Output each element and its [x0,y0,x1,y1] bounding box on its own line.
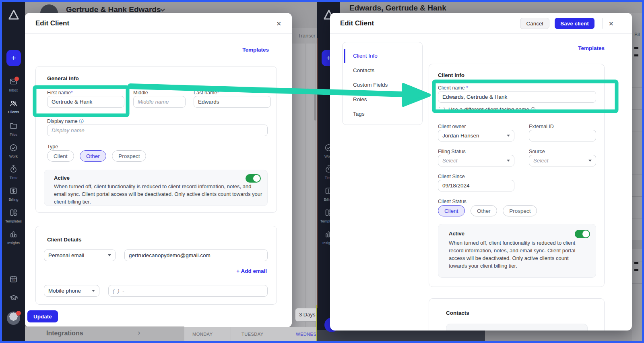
templates-link[interactable]: Templates [242,47,269,53]
sidebar-item-clients[interactable]: Clients [2,99,25,114]
nav-custom-fields[interactable]: Custom Fields [353,82,388,88]
update-button[interactable]: Update [27,310,58,322]
contacts-card: Contacts [429,298,605,331]
close-icon[interactable]: ✕ [609,20,614,27]
caret-down-icon [507,160,510,162]
middle-name-input[interactable]: Middle name [133,96,186,108]
client-owner-label: Client owner [438,124,466,129]
type-pill-group: Client Other Prospect [47,150,150,162]
add-email-link[interactable]: + Add email [236,268,267,274]
client-status-label: Client Status [438,199,466,204]
nav-roles[interactable]: Roles [353,96,367,102]
sidebar-item-education[interactable] [2,293,25,304]
inbox-icon [9,77,18,87]
right-bottom-gray-band [485,330,632,341]
active-setting-box: Active When turned off, client functiona… [44,170,268,206]
text-fragment [634,269,638,271]
dollar-square-icon [9,187,18,197]
folder-icon [9,122,18,132]
modal-header: Edit Client ✕ [25,13,292,34]
email-input[interactable]: gertrudecanopydemo@gmail.com [124,249,268,261]
check-circle-icon [9,143,18,154]
plus-icon: + [11,53,16,63]
user-avatar[interactable] [7,312,20,325]
client-owner-select[interactable]: Jordan Hansen [438,130,514,141]
integrations-band: Integrations › [25,326,184,341]
text-fragment [634,47,638,49]
email-type-select[interactable]: Personal email [44,249,116,261]
phone-input[interactable]: ( ) - [108,285,268,297]
add-new-button[interactable]: + [6,50,21,66]
layout-grid-icon [9,208,18,218]
display-name-input[interactable]: Display name [47,125,268,136]
external-id-input[interactable] [529,130,596,141]
caret-down-icon [507,135,510,137]
contact-placeholder-box [446,324,588,331]
right-edge-strip: Bil [632,2,644,341]
sidebar-item-files[interactable]: Files [2,122,25,137]
first-name-label: First name* [47,90,73,96]
status-pill-prospect[interactable]: Prospect [503,205,537,216]
screenshot-seam [317,38,318,308]
cancel-button[interactable]: Cancel [520,18,549,29]
page-scrollbar-thumb[interactable] [314,94,316,121]
active-label: Active [54,175,70,181]
first-name-input[interactable]: Gertrude & Hank [47,96,124,108]
three-days-label: 3 Days [299,312,315,318]
filing-status-label: Filing Status [438,149,466,154]
general-info-card: General Info First name* Gertrude & Hank… [35,66,277,213]
last-name-input[interactable]: Edwards [194,96,271,108]
sidebar-item-time[interactable]: Time [2,165,25,180]
sidebar-item-work[interactable]: Work [2,143,25,158]
sidebar-item-insights[interactable]: Insights [2,230,25,245]
type-pill-other[interactable]: Other [80,150,106,162]
phone-type-select[interactable]: Mobile phone [44,285,99,297]
strip-dark-row [632,240,644,249]
close-icon[interactable]: ✕ [276,20,281,27]
canopy-logo-icon[interactable] [8,8,20,23]
three-days-button: 3 Days [295,308,318,322]
section-title: Client Details [47,237,82,243]
screenshot-root: Gertrude & Hank Edwards Transcr Integrat… [0,0,644,343]
nav-contacts[interactable]: Contacts [353,67,374,73]
active-toggle[interactable] [246,174,261,183]
status-pill-other[interactable]: Other [471,205,497,216]
sidebar-item-inbox[interactable]: Inbox [2,77,25,92]
nav-tags[interactable]: Tags [353,111,365,117]
required-asterisk: * [71,90,73,96]
client-since-label: Client Since [438,174,465,179]
source-label: Source [529,149,545,154]
type-pill-client[interactable]: Client [47,150,74,162]
sidebar-item-calendar[interactable]: 31 [2,275,25,285]
info-icon[interactable]: ⓘ [79,118,84,124]
modal-footer: Update [25,305,292,327]
source-select[interactable]: Select [529,155,596,166]
tab-billing-partial: Bil [634,32,640,37]
client-name-input[interactable]: Edwards, Gertrude & Hank [438,91,596,103]
header-divider [602,18,603,29]
sidebar-item-templates[interactable]: Templates [2,208,25,223]
type-label: Type [47,144,58,150]
tab-transcripts-partial: Transcr [298,33,316,39]
strip-header [632,2,644,13]
client-since-input[interactable]: 09/18/2024 [438,180,514,191]
type-pill-prospect[interactable]: Prospect [112,150,146,162]
status-pill-client[interactable]: Client [438,205,465,216]
client-name-label: Client name * [438,85,468,91]
left-sidebar: + Inbox Clients Files Work Time Billing [2,2,25,341]
calendar-day-header: MONDAY TUESDAY WEDNESDAY [184,327,317,341]
filing-status-select[interactable]: Select [438,155,514,166]
sidebar-item-billing[interactable]: Billing [2,187,25,202]
bar-chart-icon [9,230,18,240]
client-facing-name-checkbox[interactable] [439,107,445,113]
info-icon[interactable]: ⓘ [531,107,536,112]
client-facing-name-label: Use a different client-facing name ⓘ [448,106,536,113]
text-fragment [634,54,638,56]
active-toggle[interactable] [575,230,590,238]
client-info-card: Client Info Client name * Edwards, Gertr… [429,64,605,287]
calendar-icon: 31 [9,275,18,285]
save-client-button[interactable]: Save client [555,18,594,29]
templates-link[interactable]: Templates [578,45,605,51]
nav-client-info[interactable]: Client Info [353,53,378,59]
active-nav-indicator [344,49,345,63]
